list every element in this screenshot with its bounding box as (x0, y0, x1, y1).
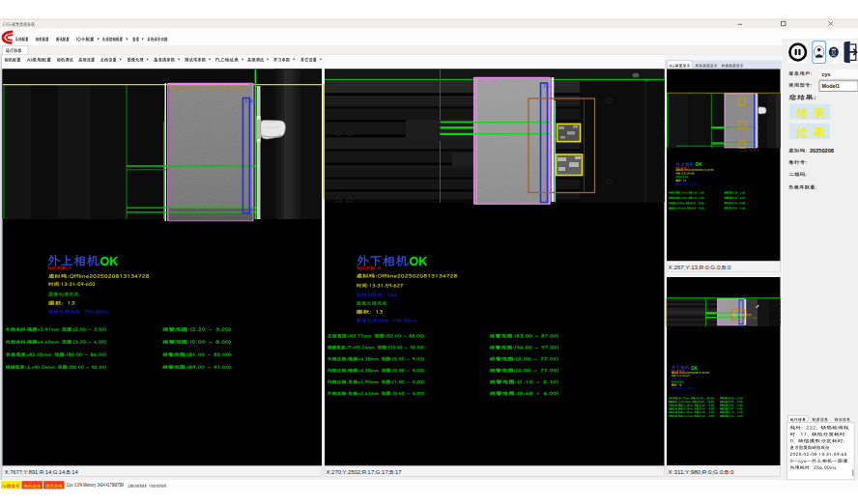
svg-text:Cpu: 0.0% Memory: 3424.4179687: Cpu: 0.0% Memory: 3424.41796875M (67, 483, 124, 488)
svg-text:20250208: 20250208 (810, 148, 834, 154)
svg-text:X:311;Y:980;R:0;G:0;B:0: X:311;Y:980;R:0;G:0;B:0 (669, 469, 734, 475)
svg-text:OK: OK (696, 162, 703, 167)
svg-text:cys: cys (822, 71, 831, 77)
svg-text:X:7677;Y:891;R:14;G:14;B:14: X:7677;Y:891;R:14;G:14;B:14 (5, 469, 79, 475)
svg-text:OK: OK (410, 255, 428, 268)
svg-text:OK: OK (691, 366, 699, 371)
svg-text:X:270;Y:2502;R:17;G:17;B:17: X:270;Y:2502;R:17;G:17;B:17 (327, 469, 402, 475)
svg-text:Model1: Model1 (822, 83, 841, 89)
svg-text:OK: OK (100, 255, 119, 268)
svg-text:X:267;Y:13;R:0;G:0;B:0: X:267;Y:13;R:0;G:0;B:0 (669, 265, 731, 270)
